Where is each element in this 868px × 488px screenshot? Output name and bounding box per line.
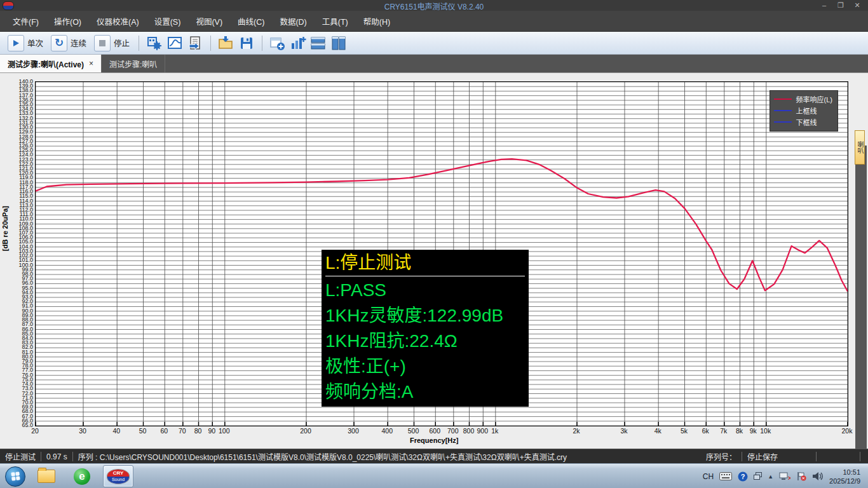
- start-button[interactable]: [5, 466, 25, 487]
- toolbar-separator: [139, 36, 139, 51]
- frequency-response-plot[interactable]: 频率响应(L)上框线下框线 L:停止测试 L:PASS1KHz灵敏度:122.9…: [35, 81, 848, 426]
- collapsed-panel-strip: 喇叭: [855, 146, 867, 488]
- menu-item-5[interactable]: 视图(V): [188, 12, 230, 30]
- add-pane-button[interactable]: [269, 35, 287, 51]
- taskbar-crysound-button[interactable]: CRYSound: [103, 465, 133, 487]
- x-tick-label: 70: [179, 427, 186, 435]
- x-tick-label: 20: [31, 427, 39, 435]
- legend-entry-2: 上框线: [774, 105, 832, 116]
- overlay-status-line: L:停止测试: [325, 251, 525, 275]
- x-tick-label: 600: [429, 427, 440, 435]
- taskbar-clock[interactable]: 10:51 2025/12/9: [829, 468, 864, 485]
- tab-1[interactable]: 测试步骤:喇叭(Active)×: [0, 55, 102, 72]
- system-tray: CH ? ▲ ✕ ✕ 10:51 2025/12/9: [703, 468, 868, 485]
- menu-item-6[interactable]: 曲线(C): [230, 12, 272, 30]
- status-bar: 停止测试 0.97 s 序列 : C:\Users\CRYSOUND001\De…: [0, 449, 868, 464]
- network-status-icon[interactable]: ✕: [779, 471, 790, 481]
- language-indicator[interactable]: CH: [703, 472, 714, 481]
- svg-text:?: ?: [741, 473, 745, 480]
- stop-icon: [94, 35, 111, 51]
- x-axis-title: Frequency[Hz]: [410, 437, 458, 444]
- legend-entry-1: 频率响应(L): [774, 93, 832, 105]
- result-overlay: L:停止测试 L:PASS1KHz灵敏度:122.99dB1KHz阻抗:22.4…: [322, 250, 529, 407]
- x-tick-label: 10k: [760, 427, 771, 435]
- toolbar-separator: [262, 36, 262, 51]
- menu-item-8[interactable]: 工具(T): [315, 12, 356, 30]
- menu-item-1[interactable]: 文件(F): [5, 12, 46, 30]
- x-tick-label: 400: [381, 427, 393, 435]
- layout-horizontal-button[interactable]: [309, 35, 327, 51]
- overlay-line-5: 频响分档:A: [325, 379, 525, 405]
- restore-windows-icon[interactable]: [754, 472, 762, 480]
- legend-line-swatch: [774, 98, 792, 100]
- menu-item-9[interactable]: 帮助(H): [356, 12, 398, 30]
- show-hidden-icons-arrow[interactable]: ▲: [768, 473, 773, 480]
- help-icon[interactable]: ?: [738, 471, 748, 482]
- explorer-folder-icon: [37, 470, 55, 483]
- x-tick-label: 7k: [720, 427, 727, 435]
- x-tick-label: 300: [348, 427, 359, 435]
- x-tick-label: 60: [160, 427, 168, 435]
- volume-icon[interactable]: [812, 471, 824, 481]
- svg-text:✕: ✕: [802, 476, 806, 480]
- x-tick-label: 500: [408, 427, 419, 435]
- overlay-result-lines: L:PASS1KHz灵敏度:122.99dB1KHz阻抗:22.4Ω极性:正(+…: [325, 278, 525, 405]
- toolbar: 单次 ↻ 连续 停止: [0, 32, 868, 55]
- add-chart-button[interactable]: [289, 35, 307, 51]
- restore-button[interactable]: ❐: [832, 1, 849, 10]
- save-file-button[interactable]: [238, 35, 255, 51]
- tab-label: 测试步骤:喇叭(Active): [8, 58, 84, 69]
- x-tick-label: 4k: [654, 427, 661, 435]
- overlay-divider: [325, 276, 525, 276]
- tab-2[interactable]: 测试步骤:喇叭: [102, 55, 165, 72]
- chart-panel: 140.0139.0138.0137.0136.0135.0134.0133.0…: [0, 72, 868, 449]
- menu-item-7[interactable]: 数据(D): [272, 12, 314, 30]
- split-horizontal-icon: [310, 36, 327, 51]
- loop-icon: ↻: [51, 35, 67, 51]
- play-icon: [8, 35, 24, 51]
- run-single-button[interactable]: 单次: [5, 34, 46, 53]
- minimize-button[interactable]: –: [816, 1, 832, 10]
- svg-text:✕: ✕: [787, 475, 790, 481]
- taskbar-explorer-button[interactable]: [32, 466, 61, 487]
- taskbar: e CRYSound CH ? ▲ ✕ ✕ 10:: [0, 463, 868, 488]
- legend-line-swatch: [774, 121, 792, 123]
- status-separator: [41, 452, 41, 461]
- report-icon: [187, 36, 203, 51]
- taskbar-browser-button[interactable]: e: [67, 466, 97, 487]
- x-tick-label: 30: [79, 427, 86, 435]
- x-tick-label: 900: [477, 427, 489, 435]
- close-button[interactable]: ✕: [849, 1, 865, 10]
- status-test-time: 0.97 s: [46, 452, 67, 461]
- keyboard-icon[interactable]: [719, 472, 732, 480]
- x-tick-label: 700: [447, 427, 459, 435]
- legend-line-swatch: [774, 110, 792, 111]
- menu-item-4[interactable]: 设置(S): [147, 12, 189, 30]
- action-center-flag-icon[interactable]: ✕: [796, 471, 806, 481]
- tab-close-icon[interactable]: ×: [89, 59, 93, 68]
- open-file-button[interactable]: [217, 35, 235, 51]
- overlay-line-4: 极性:正(+): [325, 354, 525, 379]
- status-separator: [816, 452, 817, 461]
- x-tick-label: 20k: [842, 427, 853, 435]
- save-floppy-icon: [239, 36, 254, 51]
- menu-item-3[interactable]: 仪器校准(A): [89, 12, 147, 30]
- collapsed-side-tab[interactable]: 喇叭: [855, 130, 865, 165]
- tab-label: 测试步骤:喇叭: [109, 58, 157, 69]
- browser-icon: e: [74, 468, 90, 485]
- report-export-button[interactable]: [186, 35, 204, 51]
- layout-vertical-button[interactable]: [330, 35, 348, 51]
- stop-button[interactable]: 停止: [92, 34, 132, 53]
- chart-legend: 频率响应(L)上框线下框线: [770, 90, 838, 132]
- test-settings-button[interactable]: [146, 35, 163, 51]
- menu-item-2[interactable]: 操作(O): [46, 12, 89, 30]
- curve-settings-button[interactable]: [166, 35, 184, 51]
- chart-plus-icon: [290, 36, 306, 51]
- status-state: 停止测试: [5, 451, 36, 462]
- run-continuous-button[interactable]: ↻ 连续: [48, 34, 89, 53]
- add-window-icon: [269, 36, 286, 51]
- status-sequence-path: 序列 : C:\Users\CRYSOUND001\Desktop\6151\6…: [78, 451, 567, 462]
- open-folder-icon: [218, 36, 234, 51]
- x-tick-label: 5k: [681, 427, 688, 435]
- x-tick-label: 6k: [702, 427, 709, 435]
